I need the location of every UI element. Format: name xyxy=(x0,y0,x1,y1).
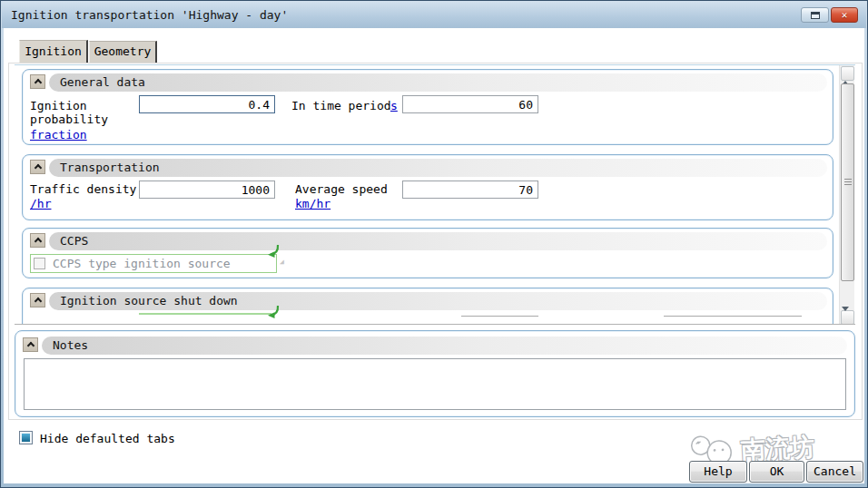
resize-grip-icon: ◢ xyxy=(280,259,287,266)
section-notes: Notes xyxy=(15,330,855,417)
scroll-up-icon xyxy=(842,67,849,85)
revert-arrow-icon[interactable] xyxy=(266,244,281,259)
scrollbar-grip-icon xyxy=(844,179,852,186)
section-ccps-title: CCPS xyxy=(49,232,827,250)
traffic-density-input[interactable] xyxy=(139,181,275,199)
fraction-unit-link[interactable]: fraction xyxy=(30,128,87,142)
scrollbar-thumb[interactable] xyxy=(841,83,854,281)
tab-page: General data Ignition probability fracti… xyxy=(8,63,863,420)
clipped-input-edge xyxy=(461,316,538,317)
ignition-probability-input[interactable] xyxy=(139,95,275,113)
checkbox-fill-icon xyxy=(22,434,30,442)
collapse-notes-button[interactable] xyxy=(23,337,38,352)
ok-button[interactable]: OK xyxy=(749,461,804,483)
window-title: Ignition transportation 'Highway - day' xyxy=(11,8,288,22)
section-general-data: General data Ignition probability fracti… xyxy=(22,69,833,145)
ccps-type-checkbox[interactable] xyxy=(34,258,45,269)
average-speed-label: Average speed xyxy=(295,182,388,196)
section-shutdown-title: Ignition source shut down xyxy=(49,292,827,310)
vertical-scrollbar[interactable] xyxy=(839,65,854,325)
seconds-unit-link[interactable]: s xyxy=(390,99,398,112)
ignition-probability-label: Ignition probability xyxy=(30,99,117,126)
collapse-ccps-button[interactable] xyxy=(30,233,45,248)
chevron-up-icon xyxy=(34,238,41,245)
scroll-down-icon xyxy=(842,307,849,325)
in-time-period-label: In time period xyxy=(291,99,391,112)
hide-defaulted-tabs-label: Hide defaulted tabs xyxy=(40,432,175,445)
section-ignition-shutdown: Ignition source shut down xyxy=(22,288,833,325)
clipped-green-field-edge xyxy=(139,313,271,315)
restore-button[interactable] xyxy=(801,7,829,23)
scroll-up-button[interactable] xyxy=(841,66,854,81)
collapse-transportation-button[interactable] xyxy=(30,160,45,174)
ccps-type-checkbox-label: CCPS type ignition source xyxy=(53,255,231,272)
hide-defaulted-tabs-checkbox[interactable] xyxy=(19,431,33,444)
notes-textarea[interactable] xyxy=(24,358,846,410)
tab-ignition[interactable]: Ignition xyxy=(19,40,88,63)
collapse-general-button[interactable] xyxy=(30,74,45,89)
ccps-type-checkbox-field[interactable]: CCPS type ignition source xyxy=(30,254,277,273)
km-hr-unit-link[interactable]: km/hr xyxy=(295,197,330,210)
help-button[interactable]: Help xyxy=(689,461,747,483)
average-speed-input[interactable] xyxy=(402,181,538,199)
tab-geometry[interactable]: Geometry xyxy=(89,41,157,63)
close-button[interactable]: ✕ xyxy=(831,7,858,23)
scroll-viewport: General data Ignition probability fracti… xyxy=(15,64,855,325)
clipped-input-edge xyxy=(664,316,802,317)
chevron-up-icon xyxy=(34,164,41,171)
titlebar[interactable]: Ignition transportation 'Highway - day' … xyxy=(2,1,866,28)
per-hr-unit-link[interactable]: /hr xyxy=(30,197,51,210)
close-icon: ✕ xyxy=(842,9,848,21)
traffic-density-label: Traffic density xyxy=(30,182,136,196)
section-general-title: General data xyxy=(49,73,827,92)
section-transportation-title: Transportation xyxy=(49,159,827,177)
section-transportation: Transportation Traffic density /hr Avera… xyxy=(22,154,833,220)
chevron-up-icon xyxy=(34,298,41,305)
chevron-up-icon xyxy=(34,79,41,86)
time-period-input[interactable] xyxy=(402,95,538,113)
chevron-up-icon xyxy=(26,342,34,349)
section-ccps: CCPS CCPS type ignition source ◢ xyxy=(22,228,833,278)
revert-arrow-icon[interactable] xyxy=(266,305,281,319)
cancel-button[interactable]: Cancel xyxy=(806,461,863,483)
section-notes-title: Notes xyxy=(42,337,847,355)
dialog-client-area: Ignition Geometry General data Ignition … xyxy=(4,28,864,483)
restore-icon xyxy=(811,12,820,19)
collapse-shutdown-button[interactable] xyxy=(30,293,45,307)
dialog-window: Ignition transportation 'Highway - day' … xyxy=(0,0,868,488)
scroll-down-button[interactable] xyxy=(841,310,854,325)
